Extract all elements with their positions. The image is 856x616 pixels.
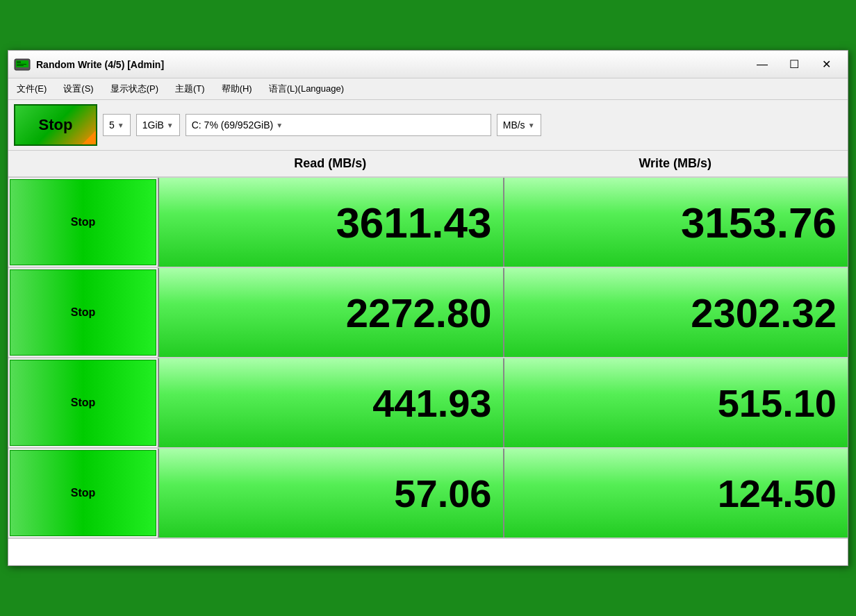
main-window: Random Write (4/5) [Admin] — ☐ ✕ 文件(E) 设… xyxy=(8,50,848,566)
menu-file[interactable]: 文件(E) xyxy=(14,81,49,97)
column-headers: Read (MB/s) Write (MB/s) xyxy=(8,151,848,176)
svg-rect-4 xyxy=(17,65,24,66)
loops-value: 5 xyxy=(109,119,115,131)
read-value-row3: 441.93 xyxy=(158,358,503,447)
size-dropdown[interactable]: 1GiB ▼ xyxy=(136,114,180,136)
read-value-row1: 3611.43 xyxy=(158,178,503,267)
stop-button-row3[interactable]: Stop xyxy=(10,360,156,446)
menu-settings[interactable]: 设置(S) xyxy=(60,81,96,97)
stop-button-row2[interactable]: Stop xyxy=(10,269,156,356)
svg-rect-3 xyxy=(17,64,26,65)
window-title: Random Write (4/5) [Admin] xyxy=(36,59,746,70)
svg-rect-2 xyxy=(17,61,21,63)
close-button[interactable]: ✕ xyxy=(810,54,842,75)
window-controls: — ☐ ✕ xyxy=(746,54,842,75)
menu-display[interactable]: 显示状态(P) xyxy=(108,81,161,97)
menu-theme[interactable]: 主题(T) xyxy=(172,81,208,97)
write-value-row3: 515.10 xyxy=(503,358,848,447)
bottom-bar xyxy=(8,538,848,565)
menu-language[interactable]: 语言(L)(Language) xyxy=(266,81,347,97)
unit-value: MB/s xyxy=(503,119,525,131)
loops-dropdown[interactable]: 5 ▼ xyxy=(103,114,131,136)
menu-help[interactable]: 帮助(H) xyxy=(219,81,255,97)
stop-button-row1[interactable]: Stop xyxy=(10,179,156,265)
write-value-row1: 3153.76 xyxy=(503,178,848,267)
size-value: 1GiB xyxy=(142,119,164,131)
menu-bar: 文件(E) 设置(S) 显示状态(P) 主题(T) 帮助(H) 语言(L)(La… xyxy=(8,78,848,100)
data-rows: Stop 3611.43 3153.76 Stop 2272.80 2302.3… xyxy=(8,176,848,538)
content-area: Read (MB/s) Write (MB/s) Stop 3611.43 31… xyxy=(8,151,848,565)
read-value-row2: 2272.80 xyxy=(158,268,503,357)
table-row: Stop 441.93 515.10 xyxy=(8,357,848,447)
write-value-row2: 2302.32 xyxy=(503,268,848,357)
read-value-row4: 57.06 xyxy=(158,449,503,538)
main-stop-button[interactable]: Stop xyxy=(14,104,97,146)
table-row: Stop 2272.80 2302.32 xyxy=(8,267,848,357)
write-value-row4: 124.50 xyxy=(503,449,848,538)
write-header: Write (MB/s) xyxy=(503,151,848,176)
maximize-button[interactable]: ☐ xyxy=(778,54,810,75)
table-row: Stop 3611.43 3153.76 xyxy=(8,176,848,267)
unit-dropdown[interactable]: MB/s ▼ xyxy=(497,114,541,136)
minimize-button[interactable]: — xyxy=(746,54,778,75)
drive-dropdown[interactable]: C: 7% (69/952GiB) ▼ xyxy=(186,114,491,136)
title-bar: Random Write (4/5) [Admin] — ☐ ✕ xyxy=(8,51,848,78)
toolbar: Stop 5 ▼ 1GiB ▼ C: 7% (69/952GiB) ▼ MB/s… xyxy=(8,100,848,151)
stop-button-row4[interactable]: Stop xyxy=(10,450,156,536)
table-row: Stop 57.06 124.50 xyxy=(8,447,848,538)
loops-arrow-icon: ▼ xyxy=(117,122,124,129)
drive-arrow-icon: ▼ xyxy=(276,122,283,129)
read-header: Read (MB/s) xyxy=(158,151,503,176)
app-icon xyxy=(14,56,31,73)
unit-arrow-icon: ▼ xyxy=(528,122,535,129)
drive-value: C: 7% (69/952GiB) xyxy=(192,119,274,131)
size-arrow-icon: ▼ xyxy=(167,122,174,129)
